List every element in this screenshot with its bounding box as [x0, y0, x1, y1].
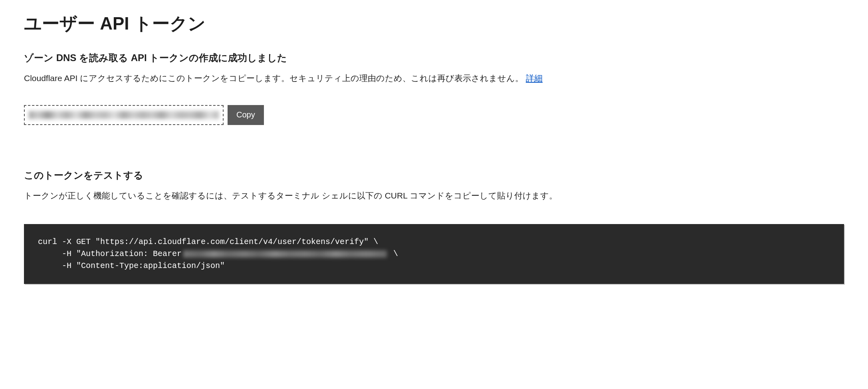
token-input[interactable]	[24, 105, 224, 125]
page-title: ユーザー API トークン	[24, 12, 844, 36]
details-link[interactable]: 詳細	[526, 73, 543, 83]
success-description: Cloudflare API にアクセスするためにこのトークンをコピーします。セ…	[24, 71, 844, 85]
test-heading: このトークンをテストする	[24, 169, 844, 182]
copy-button[interactable]: Copy	[228, 105, 264, 125]
test-section: このトークンをテストする トークンが正しく機能していることを確認するには、テスト…	[24, 169, 844, 284]
curl-code-block[interactable]: curl -X GET "https://api.cloudflare.com/…	[24, 224, 844, 284]
success-description-text: Cloudflare API にアクセスするためにこのトークンをコピーします。セ…	[24, 73, 523, 83]
curl-line-3: -H "Content-Type:application/json"	[38, 261, 225, 270]
success-heading: ゾーン DNS を読み取る API トークンの作成に成功しました	[24, 52, 844, 64]
curl-line-2-suffix: \	[388, 249, 398, 258]
curl-line-2-prefix: -H "Authorization: Bearer	[38, 249, 182, 258]
curl-token-redacted	[183, 250, 387, 258]
token-redacted-blur	[29, 111, 219, 119]
test-description: トークンが正しく機能していることを確認するには、テストするターミナル シェルに以…	[24, 189, 844, 202]
curl-line-1: curl -X GET "https://api.cloudflare.com/…	[38, 237, 378, 246]
token-row: Copy	[24, 105, 844, 125]
